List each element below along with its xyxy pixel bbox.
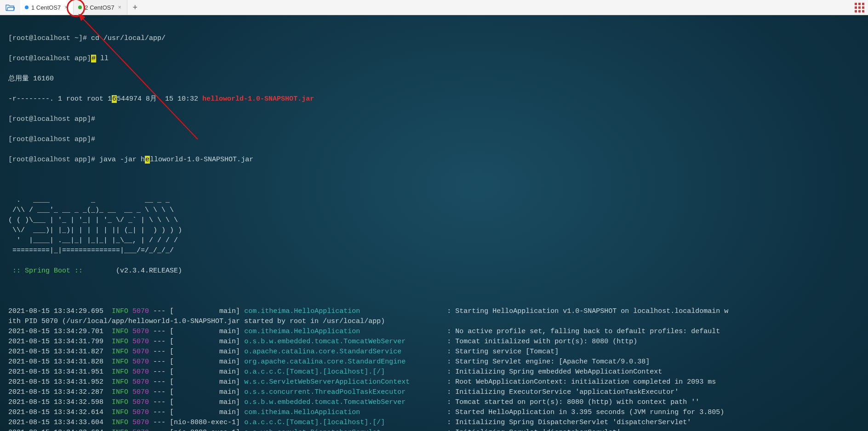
- spring-banner: . ____ _ __ _ _ /\\ / ___'_ __ _ _(_)_ _…: [8, 195, 860, 256]
- term-line: [root@localhost app]# ll: [8, 54, 860, 64]
- log-line: 2021-08-15 13:34:32.287 INFO 5070 --- [ …: [8, 387, 860, 397]
- terminal[interactable]: [root@localhost ~]# cd /usr/local/app/ […: [0, 15, 868, 431]
- term-line: [root@localhost app]#: [8, 135, 860, 145]
- tab-label: 2 CentOS7: [85, 4, 114, 11]
- term-line: [root@localhost ~]# cd /usr/local/app/: [8, 34, 860, 44]
- session-tab[interactable]: 1 CentOS7×: [20, 0, 74, 15]
- status-dot-icon: [25, 6, 29, 9]
- spring-version-line: :: Spring Boot :: (v2.3.4.RELEASE): [8, 266, 860, 276]
- term-line: 总用量 16160: [8, 74, 860, 84]
- log-line: 2021-08-15 13:34:31.828 INFO 5070 --- [ …: [8, 357, 860, 367]
- blank-line: [8, 175, 860, 185]
- log-line: 2021-08-15 13:34:32.614 INFO 5070 --- [ …: [8, 408, 860, 418]
- term-line: [root@localhost app]# java -jar hellowor…: [8, 155, 860, 165]
- term-line: [root@localhost app]#: [8, 114, 860, 125]
- log-line: 2021-08-15 13:34:31.951 INFO 5070 --- [ …: [8, 367, 860, 377]
- app-grid-icon[interactable]: [855, 3, 864, 12]
- new-tab-button[interactable]: +: [127, 0, 143, 15]
- tab-bar: 1 CentOS7×2 CentOS7× +: [0, 0, 868, 15]
- status-dot-icon: [78, 6, 82, 9]
- log-line: 2021-08-15 13:34:32.598 INFO 5070 --- [ …: [8, 397, 860, 408]
- log-line: 2021-08-15 13:34:31.799 INFO 5070 --- [ …: [8, 337, 860, 347]
- folder-open-icon[interactable]: [0, 0, 20, 15]
- close-tab-icon[interactable]: ×: [63, 4, 69, 11]
- log-line: ith PID 5070 (/usr/local/app/helloworld-…: [8, 317, 860, 327]
- log-line: 2021-08-15 13:34:29.695 INFO 5070 --- [ …: [8, 306, 860, 317]
- tab-label: 1 CentOS7: [31, 4, 61, 11]
- session-tab[interactable]: 2 CentOS7×: [74, 0, 127, 15]
- log-line: 2021-08-15 13:34:31.952 INFO 5070 --- [ …: [8, 377, 860, 387]
- close-tab-icon[interactable]: ×: [117, 4, 122, 11]
- term-line: -r--------. 1 root root 16544974 8月 15 1…: [8, 94, 860, 104]
- log-line: 2021-08-15 13:34:33.604 INFO 5070 --- [n…: [8, 428, 860, 431]
- log-line: 2021-08-15 13:34:29.701 INFO 5070 --- [ …: [8, 327, 860, 337]
- log-line: 2021-08-15 13:34:33.604 INFO 5070 --- [n…: [8, 418, 860, 428]
- blank-line: [8, 286, 860, 296]
- log-line: 2021-08-15 13:34:31.827 INFO 5070 --- [ …: [8, 347, 860, 357]
